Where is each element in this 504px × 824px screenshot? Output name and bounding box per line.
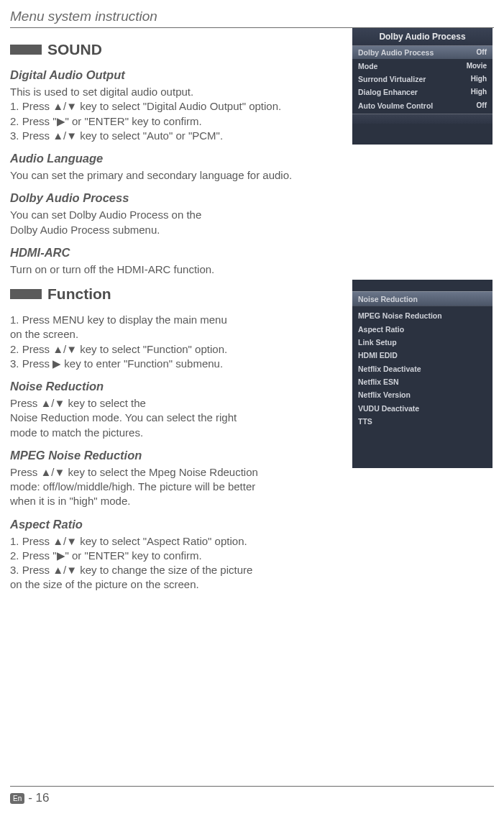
aspect-ratio-body: 1. Press ▲/▼ key to select "Aspect Ratio… — [10, 534, 355, 592]
page-title: Menu system instruction — [10, 9, 494, 24]
func-item-9[interactable]: TTS — [352, 415, 492, 428]
digital-audio-output-body: This is used to set digital audio output… — [10, 85, 355, 143]
page-number-text: - 16 — [28, 791, 49, 805]
section-bar-icon — [10, 45, 42, 55]
mpeg-noise-reduction-heading: MPEG Noise Reduction — [10, 449, 355, 462]
section-title: SOUND — [47, 41, 102, 58]
dolby-row-2-value: High — [471, 75, 487, 83]
language-badge: En — [10, 793, 24, 804]
dolby-row-1-value: Movie — [467, 62, 487, 70]
func-item-4[interactable]: HDMI EDID — [352, 349, 492, 362]
hdmi-arc-heading: HDMI-ARC — [10, 246, 355, 260]
sound-left-column: Digital Audio Output This is used to set… — [10, 68, 355, 277]
dolby-row-4-label: Auto Voulme Control — [358, 101, 433, 110]
page-header: Menu system instruction — [0, 0, 504, 28]
dolby-row-3[interactable]: Dialog Enhancer High — [352, 86, 492, 99]
noise-reduction-heading: Noise Reduction — [10, 380, 355, 393]
hdmi-arc-body: Turn on or turn off the HDMI-ARC functio… — [10, 262, 355, 277]
func-item-6[interactable]: Netflix ESN — [352, 375, 492, 388]
audio-language-body: You can set the primary and secondary la… — [10, 168, 355, 183]
function-left-column: 1. Press MENU key to display the main me… — [10, 313, 355, 592]
func-item-0[interactable]: Noise Reduction — [352, 291, 492, 306]
func-item-8[interactable]: VUDU Deactivate — [352, 402, 492, 415]
noise-reduction-body: Press ▲/▼ key to select the Noise Reduct… — [10, 396, 355, 440]
aspect-ratio-heading: Aspect Ratio — [10, 518, 355, 531]
section-bar-icon — [10, 289, 42, 299]
func-item-3[interactable]: Link Setup — [352, 336, 492, 349]
section-title: Function — [47, 285, 111, 303]
func-item-5[interactable]: Netflix Deactivate — [352, 362, 492, 375]
dolby-audio-process-heading: Dolby Audio Process — [10, 191, 355, 205]
dolby-row-2[interactable]: Surrond Virtualizer High — [352, 73, 492, 86]
function-menu-list: Noise Reduction MPEG Noise Reduction Asp… — [352, 280, 492, 432]
function-intro: 1. Press MENU key to display the main me… — [10, 313, 355, 371]
dolby-row-3-label: Dialog Enhancer — [358, 88, 418, 96]
dolby-row-4-value: Off — [477, 101, 487, 110]
page-number: En - 16 — [10, 791, 494, 805]
dolby-row-0[interactable]: Dolby Audio Process Off — [352, 46, 492, 59]
footer-rule — [10, 786, 494, 787]
func-item-1[interactable]: MPEG Noise Reduction — [352, 309, 492, 322]
dolby-row-2-label: Surrond Virtualizer — [358, 75, 426, 83]
content-area: SOUND Digital Audio Output This is used … — [0, 28, 504, 592]
func-item-2[interactable]: Aspect Ratio — [352, 322, 492, 335]
dolby-row-1-label: Mode — [358, 62, 377, 70]
dolby-menu-footer-gap — [352, 114, 492, 124]
dolby-row-3-value: High — [471, 88, 487, 96]
dolby-row-1[interactable]: Mode Movie — [352, 59, 492, 72]
mpeg-noise-reduction-body: Press ▲/▼ key to select the Mpeg Noise R… — [10, 465, 355, 509]
dolby-row-0-label: Dolby Audio Process — [358, 48, 434, 57]
dolby-menu-box: Dolby Audio Process Dolby Audio Process … — [352, 28, 492, 145]
dolby-menu-title: Dolby Audio Process — [352, 28, 492, 46]
page-footer: En - 16 — [10, 786, 494, 805]
dolby-audio-process-body: You can set Dolby Audio Process on the D… — [10, 208, 355, 237]
func-item-7[interactable]: Netflix Version — [352, 388, 492, 401]
digital-audio-output-heading: Digital Audio Output — [10, 68, 355, 82]
audio-language-heading: Audio Language — [10, 152, 355, 165]
dolby-row-4[interactable]: Auto Voulme Control Off — [352, 99, 492, 112]
function-menu-box: Noise Reduction MPEG Noise Reduction Asp… — [352, 280, 492, 468]
dolby-row-0-value: Off — [477, 48, 487, 57]
